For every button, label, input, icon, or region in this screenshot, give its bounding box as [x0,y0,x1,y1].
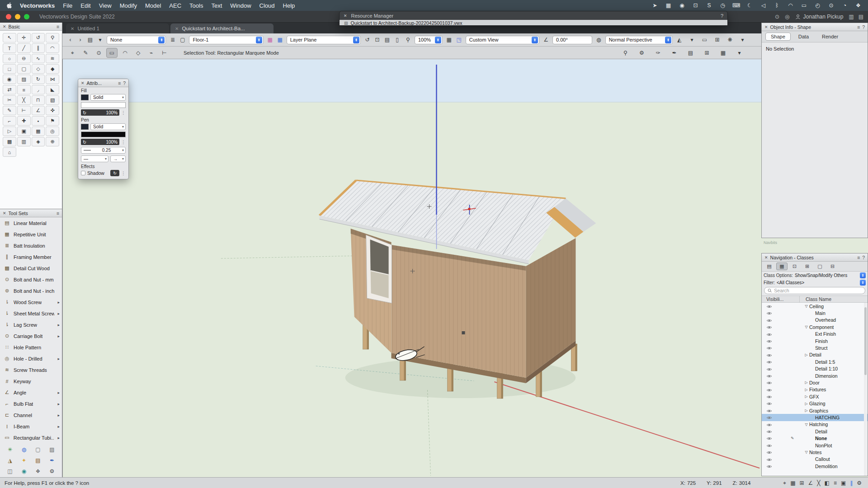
tool-set-item[interactable]: ⊙ Bolt and Nut - mm [0,274,62,285]
visibility-eye-icon[interactable] [766,346,772,351]
render-mode-icon[interactable]: ◍ [594,35,603,44]
arc-tool[interactable]: ◠ [46,43,59,53]
visibility-eye-icon[interactable] [766,429,772,435]
tool-set-item[interactable]: ⊏ Channel ▸ [0,409,62,421]
menu-item[interactable]: Modify [116,2,141,9]
zoom-tool[interactable]: ⚲ [46,33,59,42]
protractor-tool[interactable]: ∠ [32,106,45,115]
current-view-dropdown[interactable]: Custom View ▲▼ [466,36,539,44]
resource-manager-file-row[interactable]: ▤ Quickstart to Architect-Backup-2022042… [340,20,727,26]
class-row[interactable]: Dimension [762,372,868,379]
fill-color-well[interactable] [81,102,126,108]
fill-style-dropdown[interactable]: Solid▾ [90,94,126,101]
class-row[interactable]: Demolition [762,463,868,469]
unified-view-icon[interactable]: ◳ [455,35,463,44]
tool-set-item[interactable]: ⌐ Bulb Flat ▸ [0,398,62,409]
image-tool[interactable]: ▥ [17,137,31,146]
class-row[interactable]: Detail [762,428,868,435]
reshape-tool[interactable]: ▷ [3,127,16,136]
document-tab[interactable]: ✕ Untitled 1 [66,23,169,33]
tool-set-item[interactable]: ⇂ Wood Screw ▸ [0,296,62,308]
render-settings-icon[interactable]: ❋ [726,35,734,44]
chevron-right-icon[interactable]: ▸ [57,323,60,327]
regular-polygon-tool[interactable]: ◆ [46,64,59,74]
flyover-icon[interactable]: ↺ [363,35,372,44]
signed-in-user[interactable]: Jonathan Pickup [795,14,844,20]
class-row[interactable]: ▽ Notes [762,449,868,455]
fill-style-swatch[interactable] [81,94,89,100]
class-row[interactable]: Finish [762,338,868,344]
active-class-dropdown[interactable]: None ▲▼ [107,36,166,44]
disclosure-triangle-icon[interactable]: ▽ [803,450,809,454]
grid-icon[interactable]: ▦ [445,35,453,44]
visibility-eye-icon[interactable] [766,422,772,428]
pen-style-icon[interactable]: ✒ [669,48,680,58]
style-brush-icon[interactable]: ✑ [652,48,664,58]
chevron-right-icon[interactable]: ▸ [57,413,60,418]
shear-tool-icon[interactable]: ◫ [4,466,16,476]
tool-set-item[interactable]: ≣ Batt Insulation [0,240,62,251]
visibility-eye-icon[interactable] [766,318,772,324]
close-tab-icon[interactable]: ✕ [175,26,179,31]
lasso-marquee-icon[interactable]: ◠ [119,48,131,58]
chevron-right-icon[interactable]: ▸ [57,334,60,338]
marker-style-dropdown[interactable]: →▾ [110,155,126,162]
visibility-eye-icon[interactable] [766,408,772,414]
rounded-rectangle-tool[interactable]: ▢ [17,64,31,74]
menu-item[interactable]: Tools [185,2,207,9]
screen-record-icon[interactable]: ◉ [679,2,685,9]
multi-view-icon[interactable]: ⊞ [713,35,722,44]
help-icon[interactable]: ? [862,24,865,30]
polygon-marquee-icon[interactable]: ◇ [132,48,144,58]
class-row[interactable]: ▷ Door [762,379,868,386]
tool-set-item[interactable]: ⊚ Bolt and Nut - inch [0,285,62,296]
active-plane-dropdown[interactable]: Layer Plane ▲▼ [287,36,361,44]
visibility-column-header[interactable]: Visibili... [762,296,800,302]
shadow-settings-button[interactable]: ↻ [110,170,119,176]
attribute-mapping-tool[interactable]: ▧ [46,95,59,105]
clock-icon[interactable]: ◴ [814,2,821,9]
zoom-level-dropdown[interactable]: 100% ▲▼ [415,36,443,44]
visibility-eye-icon[interactable] [766,311,772,316]
disclosure-triangle-icon[interactable]: ▷ [803,353,809,357]
class-row[interactable]: Detail 1:5 [762,358,868,365]
class-row[interactable]: ▷ Detail [762,352,868,358]
fit-view-icon[interactable]: ⌖ [783,480,786,486]
interactive-scale-icon[interactable]: ⌖ [67,48,78,58]
visibility-icon[interactable]: ◭ [675,35,684,44]
move-tool[interactable]: ⇄ [3,85,16,94]
visibility-eye-icon[interactable] [766,380,772,386]
visibility-eye-icon[interactable] [766,450,772,455]
shadow-options-icon[interactable]: ⋮ [121,171,126,176]
class-options-dropdown[interactable]: ▲▼ [860,272,866,278]
visibility-eye-icon[interactable] [766,332,772,338]
close-icon[interactable]: ✕ [81,81,85,85]
double-line-tool[interactable]: ∥ [32,43,45,53]
layer-options-icon[interactable]: ▢ [178,35,187,44]
visibility-eye-icon[interactable] [766,388,772,393]
polygon-tool[interactable]: ◇ [32,64,45,74]
smart-points-icon[interactable]: ◧ [825,480,830,486]
close-icon[interactable]: ✕ [3,24,6,29]
projection-dropdown[interactable]: Normal Perspective ▲▼ [605,36,673,44]
stake-tool[interactable]: ✜ [46,106,59,115]
gradient-tool[interactable]: ▩ [3,137,16,146]
object-info-tab[interactable]: Render [816,33,844,41]
connect-combine-tool[interactable]: ⊓ [32,95,45,105]
visibility-eye-icon[interactable] [766,394,772,400]
class-row[interactable]: Overhead [762,317,868,324]
references-tab-icon[interactable]: ⊟ [827,263,838,270]
snap-mode-icon[interactable]: ⊙ [93,48,104,58]
apple-logo-icon[interactable] [6,2,13,9]
visibility-eye-icon[interactable] [766,367,772,372]
palette-menu-icon[interactable]: ≡ [57,211,59,216]
palette-menu-icon[interactable]: ≡ [118,80,121,86]
snap-to-grid-icon[interactable]: ▦ [790,480,795,486]
screen-plane-icon[interactable]: ▦ [266,35,274,44]
resource-manager-title-bar[interactable]: ✕ Resource Manager ? [340,11,727,20]
class-row[interactable]: ✎ None [762,435,868,441]
menu-item[interactable]: AEC [165,2,185,9]
menu-item[interactable]: Edit [76,2,94,9]
class-search-field[interactable] [764,287,865,294]
pan-tool[interactable]: ✛ [17,33,31,42]
